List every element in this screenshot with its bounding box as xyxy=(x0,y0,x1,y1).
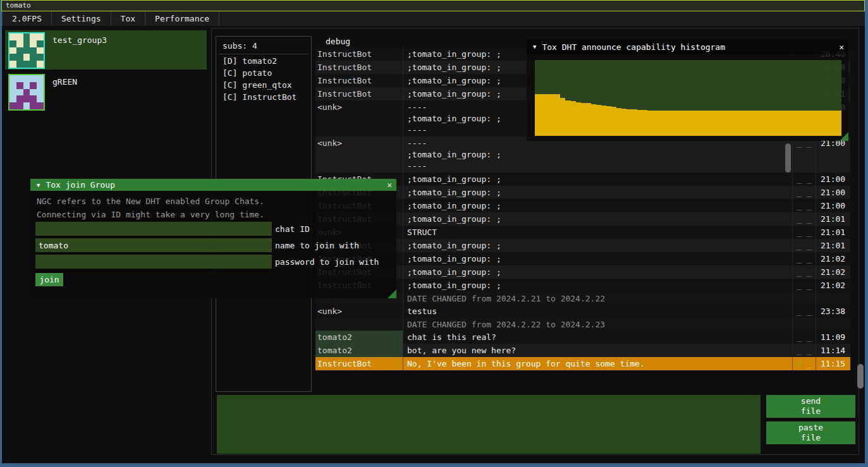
message-status-cell: _ _ xyxy=(793,265,816,279)
collapse-arrow-icon[interactable]: ▼ xyxy=(37,182,40,188)
avatar-pixel xyxy=(30,75,37,82)
date-divider-row: DATE CHANGED from 2024.2.22 to 2024.2.23 xyxy=(315,318,850,331)
avatar-pixel xyxy=(16,89,23,96)
join-info-text: Connecting via ID might take a very long… xyxy=(30,206,396,219)
menu-item-settings[interactable]: Settings xyxy=(52,11,111,26)
message-text-cell: ;tomato_in_group: ; xyxy=(403,239,793,252)
subs-member-item[interactable]: [D] tomato2 xyxy=(216,54,311,66)
close-icon[interactable]: ✕ xyxy=(387,180,392,190)
join-input-chat-id[interactable] xyxy=(35,222,272,236)
join-input-password-to-join-with[interactable] xyxy=(35,255,272,269)
group-item-gREEN[interactable]: gREEN xyxy=(5,72,207,111)
histogram-bar xyxy=(586,103,591,136)
message-status-cell: _ _ xyxy=(793,186,816,199)
histogram-bar xyxy=(571,101,576,136)
subs-member-item[interactable]: [C] InstructBot xyxy=(216,90,311,102)
avatar-pixel xyxy=(23,75,30,82)
avatar-pixel xyxy=(16,54,23,61)
avatar-pixel xyxy=(37,33,44,40)
resize-grip-icon[interactable] xyxy=(388,289,396,298)
avatar-pixel xyxy=(16,75,23,82)
message-line: ;tomato_in_group: ; xyxy=(407,150,791,161)
status-glyph: _ xyxy=(797,332,802,342)
histogram-bar xyxy=(775,111,780,136)
avatar-pixel xyxy=(30,33,37,40)
avatar-pixel xyxy=(30,95,37,102)
join-group-titlebar[interactable]: ▼ Tox join Group ✕ xyxy=(30,179,396,191)
message-author-cell: tomato2 xyxy=(315,331,403,344)
menu-item-tox[interactable]: Tox xyxy=(111,11,145,26)
histogram-bar xyxy=(632,109,637,136)
message-time-cell: 21:01 xyxy=(816,212,850,226)
close-icon[interactable]: ✕ xyxy=(839,42,844,52)
menu-item-performance[interactable]: Performance xyxy=(145,11,219,26)
message-time-cell: 21:02 xyxy=(816,265,850,279)
message-input[interactable] xyxy=(217,395,761,454)
histogram-bar xyxy=(729,111,734,136)
chat-message-row: <unk>----;tomato_in_group: ;----_ _21:00 xyxy=(315,136,850,173)
window-border xyxy=(0,463,868,467)
os-title-bar[interactable]: tomato xyxy=(1,0,865,11)
histogram-bar xyxy=(749,111,754,136)
avatar-pixel xyxy=(37,40,44,47)
message-status-cell: _ _ xyxy=(793,305,816,318)
date-changed-text: DATE CHANGED from 2024.2.21 to 2024.2.22 xyxy=(403,292,793,305)
histogram-bar xyxy=(555,94,560,136)
histogram-bar xyxy=(642,110,647,136)
message-status-cell: _ _ xyxy=(793,173,816,186)
histogram-bar xyxy=(678,111,683,136)
send-file-button[interactable]: send file xyxy=(766,395,855,418)
message-time-cell: 11:09 xyxy=(816,331,850,344)
message-line: STRUCT xyxy=(407,227,791,239)
chat-scrollbar[interactable] xyxy=(857,364,864,389)
message-time-cell: 11:15 xyxy=(816,357,850,370)
histogram-bar xyxy=(805,111,810,136)
collapse-arrow-icon[interactable]: ▼ xyxy=(533,44,536,50)
avatar-pixel xyxy=(9,33,16,40)
join-button[interactable]: join xyxy=(35,273,63,286)
message-author-cell xyxy=(315,318,403,331)
message-author-cell: InstructBot xyxy=(315,74,403,87)
avatar-pixel xyxy=(9,102,16,109)
avatar-pixel xyxy=(37,102,44,109)
paste-file-button[interactable]: paste file xyxy=(766,422,855,444)
subs-member-item[interactable]: [C] potato xyxy=(216,66,311,78)
dht-histogram-titlebar[interactable]: ▼ Tox DHT announce capability histogram … xyxy=(527,39,848,54)
join-input-name-to-join-with[interactable] xyxy=(35,238,272,252)
histogram-bar xyxy=(810,111,816,136)
resize-grip-icon[interactable] xyxy=(840,132,848,141)
message-time-cell: 21:00 xyxy=(816,186,850,199)
message-status-cell: _ _ xyxy=(793,239,816,252)
group-name-label: gREEN xyxy=(52,77,77,87)
message-line: ;tomato_in_group: ; xyxy=(407,188,791,199)
histogram-bar xyxy=(821,111,826,136)
histogram-bar xyxy=(550,94,555,136)
group-item-test_group3[interactable]: test_group3 xyxy=(5,30,207,70)
status-glyph: _ xyxy=(797,267,802,277)
message-status-cell: _ _ xyxy=(793,199,816,212)
subs-member-item[interactable]: [C] green_qtox xyxy=(216,78,311,90)
message-text-cell: No, I've been in this group for quite so… xyxy=(403,357,793,370)
histogram-bar xyxy=(816,111,821,136)
dht-histogram-window: ▼ Tox DHT announce capability histogram … xyxy=(527,39,848,141)
message-line: ;tomato_in_group: ; xyxy=(407,281,791,292)
avatar-pixel xyxy=(23,33,30,40)
message-author-cell: InstructBot xyxy=(315,87,403,100)
histogram-bar xyxy=(739,111,744,136)
message-text-cell: chat is this real? xyxy=(403,331,793,344)
avatar-pixel xyxy=(9,61,16,68)
message-author-cell: <unk> xyxy=(315,305,403,318)
chat-inner-scrollbar[interactable] xyxy=(785,143,791,173)
avatar-pixel xyxy=(37,75,44,82)
message-status-cell: _ _ xyxy=(793,252,816,265)
message-author-cell: InstructBot xyxy=(315,47,403,61)
message-status-cell: _ _ xyxy=(793,331,816,344)
status-glyph: _ xyxy=(807,214,812,224)
avatar-pixel xyxy=(23,89,30,96)
menu-bar: 2.0FPSSettingsToxPerformance xyxy=(2,11,865,26)
avatar-pixel xyxy=(30,89,37,96)
message-text-cell: STRUCT xyxy=(403,226,793,239)
dht-histogram-body xyxy=(527,54,848,141)
histogram-bar xyxy=(734,111,739,136)
avatar-pixel xyxy=(9,75,16,82)
